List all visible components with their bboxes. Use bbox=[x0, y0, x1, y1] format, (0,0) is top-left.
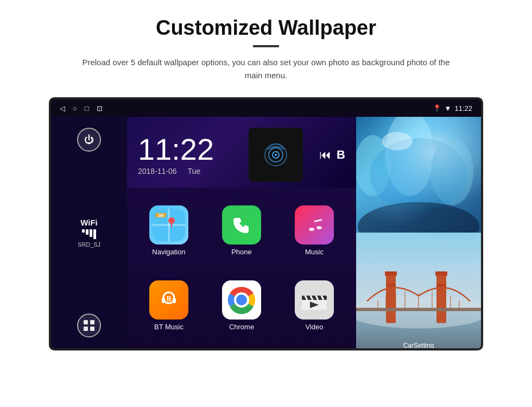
svg-rect-2 bbox=[84, 327, 88, 331]
power-button[interactable]: ⏻ bbox=[77, 128, 101, 152]
ice-detail-overlay bbox=[356, 117, 481, 233]
app-item-video[interactable]: Video bbox=[278, 268, 351, 343]
status-bar: ◁ ○ □ ⊡ 📍 ▼ 11:22 bbox=[51, 99, 481, 117]
phone-label: Phone bbox=[231, 248, 252, 256]
svg-rect-19 bbox=[162, 298, 165, 303]
phone-icon bbox=[222, 205, 261, 245]
back-icon[interactable]: ◁ bbox=[60, 104, 65, 112]
clock-time: 11:22 bbox=[138, 134, 238, 165]
page-description: Preload over 5 default wallpaper options… bbox=[76, 56, 456, 82]
media-controls: ⏮ B bbox=[319, 148, 345, 162]
app-item-chrome[interactable]: Chrome bbox=[205, 268, 278, 343]
svg-rect-44 bbox=[435, 272, 447, 276]
recents-icon[interactable]: □ bbox=[85, 104, 89, 112]
clock-date: 2018-11-06 bbox=[138, 167, 177, 176]
music-svg bbox=[305, 215, 324, 235]
svg-rect-41 bbox=[386, 274, 396, 323]
svg-rect-45 bbox=[386, 284, 396, 287]
svg-point-7 bbox=[275, 154, 277, 156]
clock-date-row: 2018-11-06 Tue bbox=[138, 167, 238, 176]
svg-point-17 bbox=[316, 226, 322, 229]
screen-body: ⏻ WiFi SRD_SJ bbox=[51, 117, 481, 348]
app-item-music[interactable]: Music bbox=[278, 193, 351, 268]
svg-rect-1 bbox=[90, 320, 94, 324]
bt-music-icon: B bbox=[149, 280, 188, 320]
clock-day: Tue bbox=[188, 167, 201, 176]
apps-button[interactable] bbox=[77, 314, 101, 337]
navigation-icon: 280 bbox=[149, 205, 188, 245]
chrome-icon-box bbox=[222, 280, 261, 320]
next-track-label: B bbox=[337, 148, 345, 162]
page-title: Customized Wallpaper bbox=[156, 16, 376, 40]
wifi-signal-icon: ▼ bbox=[445, 104, 452, 112]
photo-ice bbox=[356, 117, 481, 233]
wifi-info: WiFi SRD_SJ bbox=[78, 218, 100, 248]
left-sidebar: ⏻ WiFi SRD_SJ bbox=[51, 117, 127, 348]
chrome-label: Chrome bbox=[229, 323, 254, 331]
right-panels: CarSetting bbox=[356, 117, 481, 348]
radio-icon-box[interactable] bbox=[249, 128, 303, 182]
wifi-bar-4 bbox=[93, 229, 96, 239]
svg-rect-20 bbox=[173, 298, 176, 303]
music-icon bbox=[295, 205, 334, 245]
video-svg bbox=[301, 289, 328, 311]
svg-rect-46 bbox=[436, 284, 446, 287]
location-icon: 📍 bbox=[433, 104, 441, 112]
chrome-svg bbox=[226, 284, 257, 316]
status-time: 11:22 bbox=[454, 104, 472, 112]
wifi-bar-3 bbox=[90, 229, 92, 237]
svg-rect-0 bbox=[84, 320, 88, 324]
clock-info: 11:22 2018-11-06 Tue bbox=[138, 134, 238, 176]
bridge-svg: CarSetting bbox=[356, 233, 481, 348]
svg-text:CarSetting: CarSetting bbox=[403, 342, 434, 349]
prev-track-icon[interactable]: ⏮ bbox=[319, 148, 331, 162]
app-item-bt-music[interactable]: B BT Music bbox=[132, 268, 205, 343]
navigation-map-svg: 280 bbox=[153, 209, 185, 241]
radio-icon bbox=[259, 139, 292, 171]
status-right: 📍 ▼ 11:22 bbox=[433, 104, 472, 112]
app-item-navigation[interactable]: 280 Navigation bbox=[132, 193, 205, 268]
bt-svg: B bbox=[159, 290, 179, 310]
app-item-phone[interactable]: Phone bbox=[205, 193, 278, 268]
grid-icon bbox=[83, 320, 95, 331]
svg-rect-56 bbox=[356, 308, 481, 311]
video-icon bbox=[295, 280, 334, 320]
photo-bridge: CarSetting bbox=[356, 233, 481, 348]
title-divider bbox=[253, 45, 279, 47]
svg-rect-3 bbox=[90, 327, 94, 331]
wifi-bar-2 bbox=[86, 229, 88, 235]
phone-svg bbox=[232, 215, 251, 235]
svg-text:280: 280 bbox=[157, 214, 164, 217]
screenshot-icon[interactable]: ⊡ bbox=[97, 104, 103, 112]
bt-music-label: BT Music bbox=[154, 323, 183, 331]
status-left: ◁ ○ □ ⊡ bbox=[60, 104, 103, 112]
apps-grid: 280 Navigation Phone bbox=[127, 187, 356, 348]
music-label: Music bbox=[305, 248, 324, 256]
svg-rect-43 bbox=[385, 272, 397, 276]
clock-area: 11:22 2018-11-06 Tue bbox=[127, 117, 356, 187]
wifi-bars bbox=[78, 229, 100, 239]
navigation-label: Navigation bbox=[152, 248, 185, 256]
home-icon[interactable]: ○ bbox=[73, 104, 77, 112]
device-frame: ◁ ○ □ ⊡ 📍 ▼ 11:22 ⏻ WiFi bbox=[49, 97, 483, 350]
video-label: Video bbox=[305, 323, 323, 331]
wifi-bar-1 bbox=[82, 229, 85, 233]
center-content: 11:22 2018-11-06 Tue bbox=[127, 117, 356, 348]
wifi-ssid: SRD_SJ bbox=[78, 241, 100, 248]
svg-point-13 bbox=[168, 217, 175, 224]
svg-point-23 bbox=[236, 295, 247, 305]
power-icon: ⏻ bbox=[84, 134, 94, 146]
wifi-label: WiFi bbox=[78, 218, 100, 227]
svg-point-16 bbox=[309, 228, 314, 231]
svg-text:B: B bbox=[167, 295, 172, 303]
